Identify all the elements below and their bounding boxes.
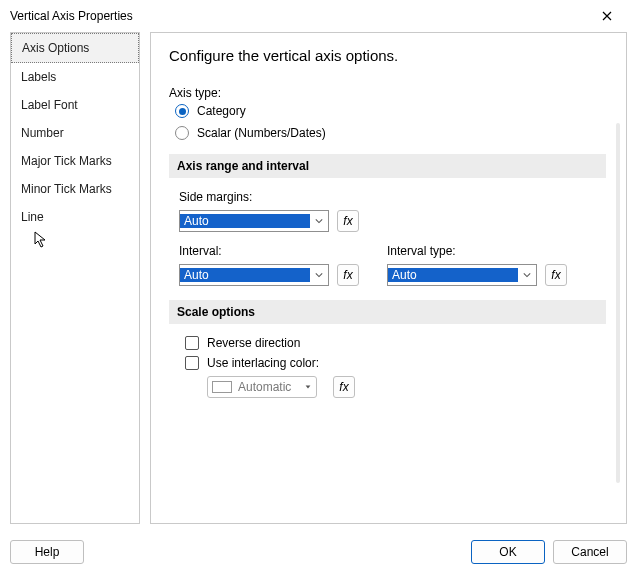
sidebar-item-line[interactable]: Line xyxy=(11,203,139,231)
sidebar-item-major-tick-marks[interactable]: Major Tick Marks xyxy=(11,147,139,175)
sidebar: Axis Options Labels Label Font Number Ma… xyxy=(10,32,140,524)
dropdown-value: Auto xyxy=(180,268,310,282)
interval-type-dropdown[interactable]: Auto xyxy=(387,264,537,286)
reverse-direction-checkbox[interactable]: Reverse direction xyxy=(185,336,606,350)
axis-type-label: Axis type: xyxy=(169,86,606,100)
help-button[interactable]: Help xyxy=(10,540,84,564)
sidebar-item-label: Number xyxy=(21,126,64,140)
close-icon xyxy=(602,11,612,21)
interval-label: Interval: xyxy=(179,244,359,258)
sidebar-item-label: Axis Options xyxy=(22,41,89,55)
interval-type-label: Interval type: xyxy=(387,244,567,258)
radio-icon xyxy=(175,104,189,118)
dialog-footer: Help OK Cancel xyxy=(0,532,637,572)
sidebar-item-labels[interactable]: Labels xyxy=(11,63,139,91)
main-panel: Configure the vertical axis options. Axi… xyxy=(150,32,627,524)
sidebar-item-label: Line xyxy=(21,210,44,224)
sidebar-item-number[interactable]: Number xyxy=(11,119,139,147)
fx-button-interlacing-color[interactable]: fx xyxy=(333,376,355,398)
sidebar-item-label: Minor Tick Marks xyxy=(21,182,112,196)
radio-label: Category xyxy=(197,104,246,118)
chevron-down-icon xyxy=(310,217,328,225)
section-axis-range: Axis range and interval xyxy=(169,154,606,178)
ok-button[interactable]: OK xyxy=(471,540,545,564)
window-title: Vertical Axis Properties xyxy=(10,9,585,23)
sidebar-item-label: Label Font xyxy=(21,98,78,112)
sidebar-item-label: Major Tick Marks xyxy=(21,154,112,168)
titlebar: Vertical Axis Properties xyxy=(0,0,637,32)
chevron-down-icon xyxy=(518,271,536,279)
checkbox-icon xyxy=(185,336,199,350)
fx-button-side-margins[interactable]: fx xyxy=(337,210,359,232)
checkbox-icon xyxy=(185,356,199,370)
sidebar-item-minor-tick-marks[interactable]: Minor Tick Marks xyxy=(11,175,139,203)
interlacing-color-dropdown[interactable]: Automatic xyxy=(207,376,317,398)
chevron-down-icon xyxy=(310,271,328,279)
dropdown-value: Auto xyxy=(180,214,310,228)
color-swatch-icon xyxy=(212,381,232,393)
checkbox-label: Use interlacing color: xyxy=(207,356,319,370)
sidebar-item-axis-options[interactable]: Axis Options xyxy=(11,33,139,63)
side-margins-label: Side margins: xyxy=(179,190,606,204)
close-button[interactable] xyxy=(585,2,629,30)
cancel-button[interactable]: Cancel xyxy=(553,540,627,564)
scrollbar[interactable] xyxy=(616,123,620,483)
sidebar-item-label-font[interactable]: Label Font xyxy=(11,91,139,119)
section-scale-options: Scale options xyxy=(169,300,606,324)
checkbox-label: Reverse direction xyxy=(207,336,300,350)
radio-icon xyxy=(175,126,189,140)
radio-label: Scalar (Numbers/Dates) xyxy=(197,126,326,140)
fx-button-interval-type[interactable]: fx xyxy=(545,264,567,286)
dialog-body: Axis Options Labels Label Font Number Ma… xyxy=(0,32,637,532)
caret-down-icon xyxy=(304,380,312,394)
interlacing-color-checkbox[interactable]: Use interlacing color: xyxy=(185,356,606,370)
radio-category[interactable]: Category xyxy=(175,104,606,118)
panel-heading: Configure the vertical axis options. xyxy=(169,47,606,64)
dialog-window: Vertical Axis Properties Axis Options La… xyxy=(0,0,637,572)
sidebar-item-label: Labels xyxy=(21,70,56,84)
fx-button-interval[interactable]: fx xyxy=(337,264,359,286)
radio-scalar[interactable]: Scalar (Numbers/Dates) xyxy=(175,126,606,140)
interval-dropdown[interactable]: Auto xyxy=(179,264,329,286)
dropdown-value: Auto xyxy=(388,268,518,282)
dropdown-value: Automatic xyxy=(238,380,291,394)
side-margins-dropdown[interactable]: Auto xyxy=(179,210,329,232)
